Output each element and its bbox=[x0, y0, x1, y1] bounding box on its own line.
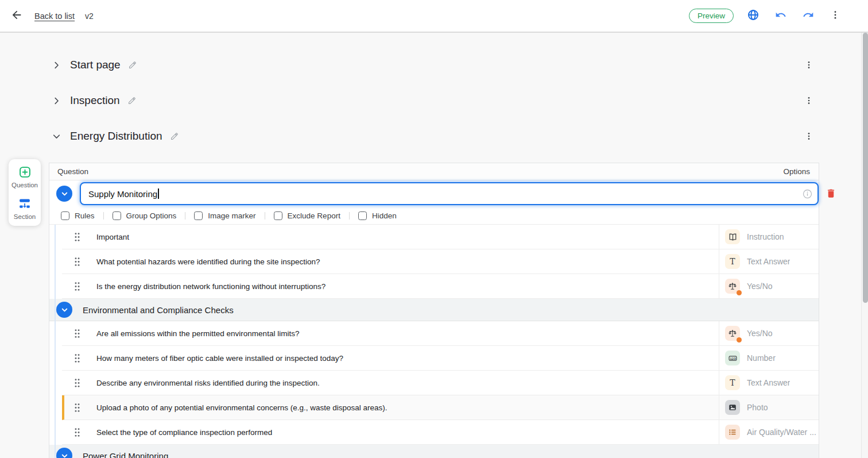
question-row[interactable]: How many meters of fiber optic cable wer… bbox=[62, 346, 819, 371]
globe-icon bbox=[747, 9, 759, 22]
language-globe-button[interactable] bbox=[745, 7, 761, 25]
multi-choice-list-icon[interactable] bbox=[725, 425, 740, 440]
question-rows: ImportantInstructionWhat potential hazar… bbox=[49, 224, 819, 458]
question-row[interactable]: Is the energy distribution network funct… bbox=[62, 274, 819, 299]
page-scrollbar-track[interactable] bbox=[861, 33, 868, 458]
edit-pencil-icon[interactable] bbox=[127, 96, 137, 105]
drag-handle-icon[interactable] bbox=[74, 353, 80, 363]
drag-handle-icon[interactable] bbox=[74, 428, 80, 437]
question-row[interactable]: Are all emissions within the permitted e… bbox=[62, 321, 819, 346]
toggle-rules[interactable]: Rules bbox=[61, 211, 95, 220]
collapse-question-button[interactable] bbox=[56, 186, 72, 202]
table-header: Question Options bbox=[49, 163, 819, 180]
number-icon[interactable]: 123 bbox=[725, 351, 740, 365]
instruction-book-icon[interactable] bbox=[725, 229, 740, 244]
add-section-button[interactable]: Section bbox=[14, 197, 36, 220]
yes-no-scales-icon[interactable] bbox=[725, 279, 740, 294]
chevron-right-icon[interactable] bbox=[49, 61, 64, 70]
info-icon bbox=[803, 189, 812, 201]
toggle-divider bbox=[349, 212, 350, 220]
chevron-right-icon[interactable] bbox=[49, 97, 64, 105]
redo-icon bbox=[803, 9, 814, 22]
checkbox-icon[interactable] bbox=[274, 211, 282, 220]
question-type-label: Text Answer bbox=[747, 257, 790, 266]
edit-pencil-icon[interactable] bbox=[128, 60, 137, 70]
question-title-input[interactable]: Supply Monitoring bbox=[80, 182, 819, 205]
text-caret bbox=[158, 188, 159, 199]
arrow-left-icon bbox=[10, 9, 23, 23]
checkbox-icon[interactable] bbox=[113, 211, 121, 220]
question-type-label: Photo bbox=[747, 403, 768, 412]
section-row-start-page[interactable]: Start page bbox=[49, 47, 819, 83]
preview-button[interactable]: Preview bbox=[689, 9, 734, 23]
checkbox-icon[interactable] bbox=[194, 211, 203, 220]
toggle-label: Exclude Report bbox=[288, 211, 340, 220]
question-type-cell: Yes/No bbox=[719, 274, 819, 298]
collapse-subsection-button[interactable] bbox=[56, 448, 72, 458]
section-menu-button[interactable] bbox=[802, 94, 816, 107]
section-menu-button[interactable] bbox=[802, 58, 816, 72]
kebab-menu-icon bbox=[830, 10, 840, 22]
question-toggles-row: RulesGroup OptionsImage markerExclude Re… bbox=[49, 207, 819, 224]
question-row[interactable]: Select the type of compliance inspection… bbox=[62, 420, 819, 445]
drag-handle-icon[interactable] bbox=[74, 378, 80, 388]
back-button[interactable] bbox=[8, 6, 25, 25]
add-question-label: Question bbox=[11, 182, 38, 188]
drag-handle-icon[interactable] bbox=[74, 257, 80, 267]
trash-icon bbox=[826, 192, 836, 201]
toggle-divider bbox=[265, 212, 265, 220]
mandatory-dot bbox=[737, 290, 742, 295]
delete-question-button[interactable] bbox=[826, 188, 836, 201]
yes-no-scales-icon[interactable] bbox=[725, 326, 740, 341]
toggle-group-options[interactable]: Group Options bbox=[113, 211, 177, 220]
subsection-row[interactable]: Power Grid Monitoring bbox=[49, 445, 819, 458]
question-row[interactable]: Describe any environmental risks identif… bbox=[62, 371, 819, 395]
edit-pencil-icon[interactable] bbox=[170, 132, 179, 141]
subsection-row[interactable]: Environmental and Compliance Checks bbox=[49, 299, 819, 321]
question-text: Is the energy distribution network funct… bbox=[96, 282, 719, 291]
add-section-label: Section bbox=[14, 213, 36, 220]
collapse-subsection-button[interactable] bbox=[56, 302, 72, 318]
toggle-divider bbox=[103, 212, 104, 220]
section-row-energy-distribution[interactable]: Energy Distribution bbox=[49, 118, 819, 154]
topbar-menu-button[interactable] bbox=[828, 7, 843, 24]
subsection-title: Environmental and Compliance Checks bbox=[83, 305, 234, 315]
redo-button[interactable] bbox=[800, 7, 816, 25]
chevron-down-icon[interactable] bbox=[49, 132, 64, 141]
question-row[interactable]: *Upload a photo of any potential environ… bbox=[62, 395, 819, 420]
checkbox-icon[interactable] bbox=[61, 211, 69, 220]
add-question-button[interactable]: Question bbox=[11, 166, 38, 188]
drag-handle-icon[interactable] bbox=[74, 403, 80, 413]
section-title: Inspection bbox=[70, 94, 120, 107]
subsection-title: Power Grid Monitoring bbox=[83, 451, 168, 458]
section-row-inspection[interactable]: Inspection bbox=[49, 83, 819, 118]
drag-handle-icon[interactable] bbox=[74, 232, 80, 242]
question-type-cell: Air Quality/Water ... bbox=[719, 420, 819, 444]
question-type-label: Air Quality/Water ... bbox=[747, 428, 816, 437]
question-text: How many meters of fiber optic cable wer… bbox=[96, 354, 719, 363]
undo-button[interactable] bbox=[773, 7, 789, 25]
question-type-label: Yes/No bbox=[747, 282, 773, 291]
question-row[interactable]: What potential hazards were identified d… bbox=[62, 249, 819, 274]
question-row[interactable]: ImportantInstruction bbox=[62, 225, 819, 249]
add-section-icon bbox=[18, 197, 31, 211]
mandatory-dot bbox=[737, 337, 742, 342]
page-scrollbar-thumb[interactable] bbox=[863, 33, 868, 303]
toggle-hidden[interactable]: Hidden bbox=[358, 211, 397, 220]
back-to-list-link[interactable]: Back to list bbox=[34, 11, 75, 21]
toggle-exclude-report[interactable]: Exclude Report bbox=[274, 211, 340, 220]
drag-handle-icon[interactable] bbox=[74, 282, 80, 291]
drag-handle-icon[interactable] bbox=[74, 329, 80, 338]
question-type-label: Yes/No bbox=[747, 329, 773, 338]
toggle-image-marker[interactable]: Image marker bbox=[194, 211, 255, 220]
question-type-cell: Yes/No bbox=[719, 321, 819, 345]
text-answer-icon[interactable]: T bbox=[725, 375, 740, 390]
question-table: Question Options Supply Monitoring Rules… bbox=[49, 163, 819, 458]
section-menu-button[interactable] bbox=[802, 129, 816, 143]
add-elements-panel: Question Section bbox=[9, 159, 41, 226]
checkbox-icon[interactable] bbox=[358, 211, 367, 220]
photo-icon[interactable] bbox=[725, 400, 740, 415]
text-answer-icon[interactable]: T bbox=[725, 254, 740, 269]
question-type-cell: 123Number bbox=[719, 346, 819, 370]
toggle-label: Image marker bbox=[208, 211, 255, 220]
